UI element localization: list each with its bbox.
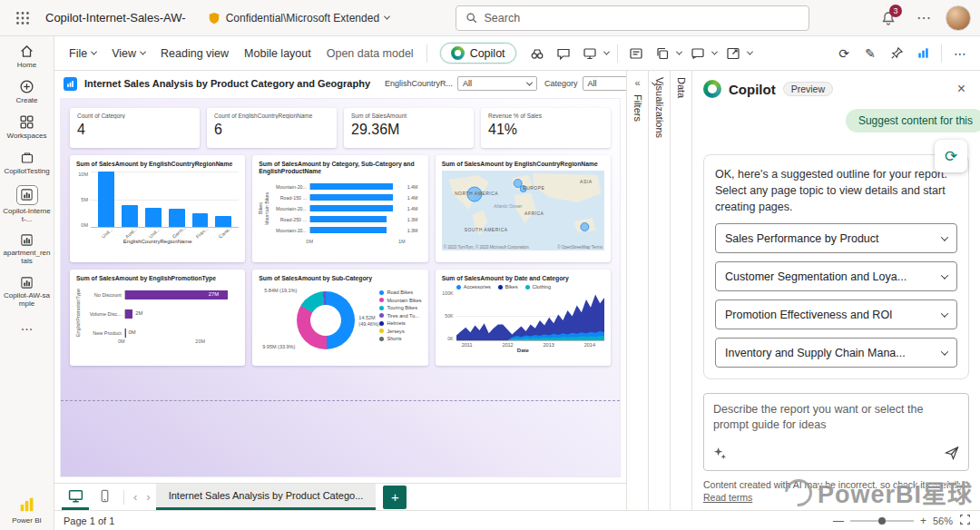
- suggestion-inventory-supply[interactable]: Inventory and Supply Chain Mana...: [715, 338, 957, 368]
- kpi-card-count-category[interactable]: Count of Category 4: [70, 108, 200, 148]
- app-launcher-icon[interactable]: [9, 5, 36, 32]
- explore-icon[interactable]: [524, 42, 550, 65]
- suggestion-customer-segmentation[interactable]: Customer Segmentation and Loya...: [715, 261, 957, 291]
- promotion-bar-row[interactable]: Volume Disc...2M: [83, 309, 240, 319]
- bar-chart-sales-by-product[interactable]: Sum of SalesAmount by Category, Sub-Cate…: [252, 155, 427, 262]
- map-bubble-uk[interactable]: [514, 180, 522, 188]
- search-input[interactable]: Search: [456, 5, 809, 31]
- world-map[interactable]: NORTH AMERICA EUROPE ASIA AFRICA SOUTH A…: [442, 171, 604, 250]
- suggestion-sales-performance[interactable]: Sales Performance by Product: [715, 223, 957, 253]
- data-pane-collapsed[interactable]: Data: [670, 71, 691, 510]
- mobile-view-icon[interactable]: [91, 484, 118, 510]
- sidebar-item-apartment-rentals[interactable]: apartment_rentals: [1, 233, 54, 265]
- copilot-panel: Copilot Preview × Suggest content for th…: [691, 71, 980, 510]
- product-bar-row[interactable]: Road-250 ...1.3M: [270, 214, 422, 225]
- kpi-card-revenue-pct[interactable]: Revenue % of Sales 41%: [481, 108, 611, 148]
- legend-item[interactable]: Touring Bikes: [379, 305, 421, 310]
- bar-chart-sales-by-promotion[interactable]: Sum of SalesAmount by EnglishPromotionTy…: [70, 270, 245, 366]
- regenerate-icon[interactable]: ⟳: [935, 140, 967, 172]
- ribbon-more-icon[interactable]: ⋯: [947, 42, 973, 65]
- kpi-card-count-country[interactable]: Count of EnglishCountryRegionName 6: [207, 108, 337, 148]
- suggestion-promotion-effectiveness[interactable]: Promotion Effectiveness and ROI: [715, 299, 957, 329]
- text-box-icon[interactable]: [623, 42, 649, 65]
- sidebar-item-copilottesting[interactable]: CopilotTesting: [1, 151, 54, 175]
- legend-item[interactable]: Clothing: [525, 284, 552, 290]
- menu-open-data-model[interactable]: Open data model: [319, 43, 421, 64]
- sensitivity-label-dropdown[interactable]: Confidential\Microsoft Extended: [208, 12, 389, 25]
- close-icon[interactable]: ×: [954, 80, 969, 98]
- sidebar-item-copilot-aw-sample[interactable]: Copilot-AW-sample: [1, 276, 54, 308]
- product-bar-row[interactable]: Mountain-20...1.4M: [270, 203, 422, 214]
- new-window-dropdown[interactable]: [720, 42, 755, 65]
- left-navigation: Home Create Workspaces CopilotTesting Co…: [0, 36, 54, 530]
- legend-item[interactable]: Accessories: [456, 284, 491, 290]
- sidebar-item-home[interactable]: Home: [1, 44, 54, 69]
- report-title-icon: [64, 77, 77, 91]
- area-chart-sales-by-date[interactable]: Sum of SalesAmount by Date and Category …: [436, 270, 611, 366]
- visualizations-pane-collapsed[interactable]: Visualizations: [648, 71, 670, 510]
- product-bar-row[interactable]: Road-150 ...1.4M: [270, 192, 422, 203]
- notifications-button[interactable]: 3: [875, 5, 902, 32]
- add-page-button[interactable]: +: [383, 486, 407, 509]
- zoom-slider[interactable]: [850, 520, 914, 522]
- legend-item[interactable]: Shorts: [379, 336, 421, 341]
- fit-to-page-icon[interactable]: [959, 514, 971, 527]
- legend-item[interactable]: Tires and Tu...: [379, 313, 421, 319]
- pin-icon[interactable]: [884, 42, 909, 65]
- topbar-more-icon[interactable]: ⋯: [911, 9, 936, 26]
- comment-icon[interactable]: [551, 42, 576, 65]
- sidebar-item-copilot-internet[interactable]: Copilot-Internet-...: [1, 185, 54, 223]
- column-bar[interactable]: [122, 205, 138, 227]
- product-bar-row[interactable]: Mountain-20...1.4M: [270, 182, 422, 192]
- promotion-bar-row[interactable]: New Product0M: [83, 328, 240, 339]
- filters-pane-collapsed[interactable]: « Filters: [626, 71, 648, 510]
- report-page[interactable]: Count of Category 4 Count of EnglishCoun…: [60, 98, 621, 477]
- menu-mobile-layout[interactable]: Mobile layout: [237, 43, 318, 64]
- prev-page-icon[interactable]: ‹: [130, 490, 141, 504]
- map-bubble-australia[interactable]: [581, 223, 589, 231]
- zoom-slider-thumb[interactable]: [878, 517, 886, 525]
- sidebar-item-create[interactable]: Create: [1, 79, 54, 104]
- zoom-out-icon[interactable]: —: [833, 515, 844, 527]
- donut-chart-sales-by-subcategory[interactable]: Sum of SalesAmount by Sub-Category 5.84M…: [252, 270, 427, 366]
- legend-item[interactable]: Bikes: [498, 284, 518, 290]
- send-icon[interactable]: [945, 446, 959, 464]
- zoom-in-icon[interactable]: +: [920, 515, 926, 527]
- prompt-guide-icon[interactable]: [713, 447, 727, 464]
- edit-icon[interactable]: ✎: [858, 42, 883, 65]
- read-terms-link[interactable]: Read terms: [703, 492, 752, 503]
- sidebar-more-icon[interactable]: ...: [1, 318, 54, 334]
- legend-item[interactable]: Road Bikes: [379, 290, 421, 295]
- column-bar[interactable]: [145, 208, 162, 228]
- copy-dropdown[interactable]: [650, 42, 684, 65]
- desktop-view-icon[interactable]: [62, 484, 89, 510]
- legend-item[interactable]: Jerseys: [379, 329, 421, 334]
- present-dropdown[interactable]: [577, 42, 612, 65]
- tab-internet-sales-page[interactable]: Internet Sales Analysis by Product Categ…: [156, 484, 377, 510]
- kpi-card-sales-amount[interactable]: Sum of SalesAmount 29.36M: [344, 108, 474, 148]
- next-page-icon[interactable]: ›: [142, 490, 153, 504]
- column-bar[interactable]: [169, 209, 185, 228]
- column-bar[interactable]: [192, 213, 209, 228]
- metrics-icon[interactable]: [910, 42, 936, 65]
- product-bar-row[interactable]: Mountain-20...1.3M: [270, 225, 422, 236]
- avatar[interactable]: [946, 5, 971, 31]
- column-bar[interactable]: [98, 172, 114, 227]
- legend-item[interactable]: Mountain Bikes: [379, 298, 421, 303]
- menu-file[interactable]: File: [62, 43, 103, 64]
- map-chart-sales-by-country[interactable]: Sum of SalesAmount by EnglishCountryRegi…: [436, 155, 611, 262]
- column-chart-sales-by-country[interactable]: Sum of SalesAmount by EnglishCountryRegi…: [70, 155, 245, 262]
- donut-ring[interactable]: [297, 291, 355, 349]
- column-bar[interactable]: [215, 216, 231, 227]
- menu-view[interactable]: View: [104, 43, 152, 64]
- promotion-bar-row[interactable]: No Discount27M: [83, 290, 240, 300]
- legend-item[interactable]: Helmets: [379, 320, 421, 326]
- cast-dropdown[interactable]: [685, 42, 720, 65]
- menu-reading-view[interactable]: Reading view: [153, 43, 236, 64]
- sidebar-item-workspaces[interactable]: Workspaces: [1, 114, 54, 140]
- copilot-ribbon-button[interactable]: Copilot: [440, 43, 516, 64]
- suggest-content-chip[interactable]: Suggest content for this: [846, 109, 980, 132]
- filter-country-dropdown[interactable]: All: [457, 76, 537, 91]
- refresh-icon[interactable]: ⟳: [831, 42, 857, 65]
- copilot-prompt-input[interactable]: Describe the report you want or select t…: [703, 393, 969, 471]
